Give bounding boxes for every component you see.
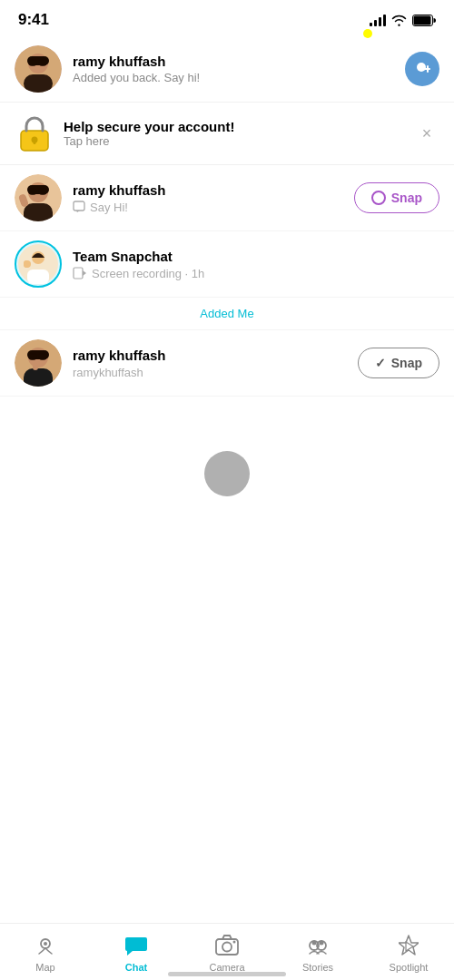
svg-rect-33 (74, 268, 83, 279)
added-me-username: ramykhuffash (73, 366, 358, 379)
svg-rect-19 (24, 203, 53, 221)
snap-button-added[interactable]: ✓ Snap (358, 348, 439, 378)
friend-request-name: ramy khuffash (73, 54, 405, 69)
bitmoji-avatar-1 (15, 45, 62, 93)
chat-info-team-snapchat: Team Snapchat Screen recording · 1h (73, 249, 439, 280)
chat-preview: Screen recording · 1h (73, 267, 439, 280)
map-icon (33, 933, 58, 958)
add-friend-icon (413, 60, 431, 78)
added-me-name: ramy khuffash (73, 348, 358, 363)
svg-point-51 (312, 941, 317, 946)
svg-rect-27 (74, 201, 84, 211)
snap-button-ramy[interactable]: Snap (354, 182, 439, 213)
svg-rect-1 (414, 15, 431, 24)
chat-name: Team Snapchat (73, 249, 439, 264)
svg-marker-53 (399, 936, 419, 955)
svg-point-48 (233, 941, 236, 944)
team-snapchat-avatar (15, 240, 62, 288)
notification-dot (363, 29, 372, 38)
security-subtext: Tap here (64, 134, 414, 148)
svg-rect-16 (34, 140, 36, 144)
chat-name: ramy khuffash (73, 182, 354, 198)
screen-record-icon (73, 267, 87, 279)
chat-preview: Say Hi! (73, 201, 354, 214)
added-me-info-ramy: ramy khuffash ramykhuffash (73, 348, 358, 379)
svg-rect-36 (24, 368, 53, 387)
chat-icon (123, 933, 149, 958)
status-time: 9:41 (18, 11, 49, 29)
nav-label-chat: Chat (125, 962, 147, 973)
lock-icon (15, 113, 54, 153)
security-text: Help secure your account! Tap here (64, 119, 414, 148)
team-snapchat-bitmoji (18, 244, 58, 284)
snap-circle-icon (371, 191, 386, 205)
svg-rect-13 (423, 68, 430, 70)
nav-label-map: Map (35, 962, 54, 973)
nav-item-spotlight[interactable]: Spotlight (363, 933, 454, 973)
friend-request-info: ramy khuffash Added you back. Say hi! (73, 54, 405, 84)
bitmoji-avatar-3 (15, 339, 62, 387)
svg-rect-4 (24, 74, 53, 93)
stories-icon (305, 933, 331, 958)
loading-indicator (0, 397, 454, 551)
avatar (15, 339, 62, 387)
bitmoji-avatar-2 (15, 174, 62, 221)
friend-request-item[interactable]: ramy khuffash Added you back. Say hi! (0, 36, 454, 103)
svg-rect-32 (24, 260, 29, 268)
svg-rect-43 (33, 363, 38, 370)
status-bar: 9:41 (0, 0, 454, 36)
svg-point-52 (320, 941, 324, 946)
nav-item-chat[interactable]: Chat (91, 933, 182, 973)
added-me-item-ramy[interactable]: ramy khuffash ramykhuffash ✓ Snap (0, 330, 454, 397)
nav-label-spotlight: Spotlight (390, 962, 429, 973)
home-indicator (168, 972, 286, 976)
chat-bubble-icon (73, 201, 85, 213)
nav-label-stories: Stories (302, 962, 333, 973)
checkmark-icon: ✓ (375, 356, 386, 370)
svg-rect-30 (27, 270, 49, 284)
padlock-icon (17, 114, 52, 152)
nav-item-camera[interactable]: Camera (182, 933, 272, 973)
friend-request-subtext: Added you back. Say hi! (73, 71, 405, 84)
nav-item-stories[interactable]: Stories (272, 933, 363, 973)
chat-info-ramy: ramy khuffash Say Hi! (73, 182, 354, 214)
chat-item-team-snapchat[interactable]: Team Snapchat Screen recording · 1h (0, 231, 454, 298)
added-me-divider: Added Me (0, 298, 454, 330)
svg-point-11 (417, 63, 426, 72)
svg-point-45 (44, 942, 47, 946)
loading-dot (204, 451, 250, 496)
chat-item-ramy[interactable]: ramy khuffash Say Hi! Snap (0, 165, 454, 231)
nav-item-map[interactable]: Map (0, 933, 91, 973)
security-close-button[interactable]: × (414, 121, 439, 146)
battery-icon (412, 15, 436, 26)
camera-icon (214, 933, 240, 958)
status-icons (370, 14, 436, 26)
wifi-icon (391, 15, 407, 26)
add-friend-button[interactable] (405, 52, 439, 86)
security-title: Help secure your account! (64, 119, 414, 134)
avatar (15, 45, 62, 93)
signal-icon (370, 14, 386, 26)
avatar (15, 174, 62, 221)
svg-point-47 (222, 943, 232, 952)
spotlight-icon (396, 933, 421, 958)
security-banner[interactable]: Help secure your account! Tap here × (0, 103, 454, 165)
